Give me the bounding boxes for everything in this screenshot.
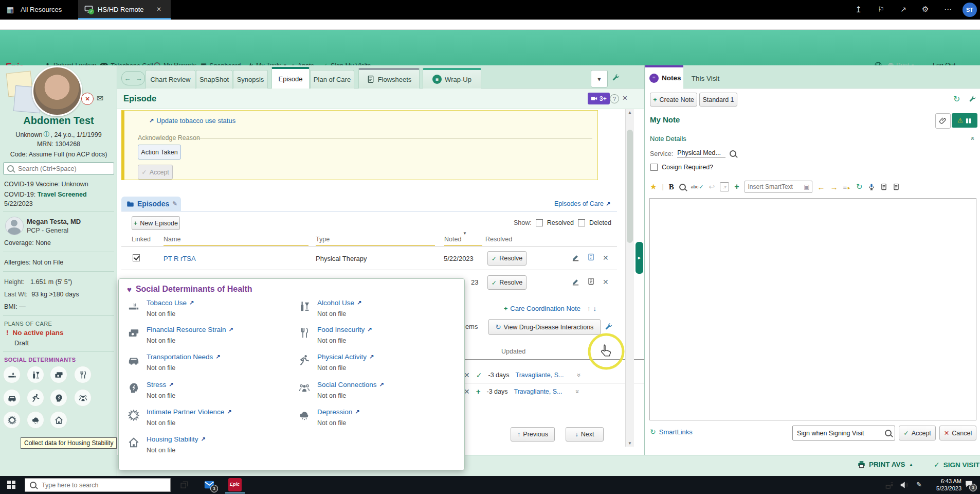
- smarttext-input[interactable]: [747, 183, 801, 191]
- back-icon[interactable]: ←: [124, 75, 131, 82]
- refresh-icon[interactable]: ↻: [953, 94, 960, 104]
- sdoh-item-link[interactable]: Physical Activity↗: [317, 353, 374, 361]
- action-center-icon[interactable]: 3: [965, 480, 975, 490]
- smartlinks-link[interactable]: ↻ SmartLinks: [650, 428, 693, 436]
- activity-wrench-icon[interactable]: [612, 74, 620, 82]
- browser-tab-active[interactable]: ✓ HS/HD Remote ✕: [78, 0, 171, 20]
- col-linked[interactable]: Linked: [132, 236, 151, 243]
- check-icon[interactable]: ✓: [476, 371, 482, 379]
- episode-name-link[interactable]: PT R rTSA: [164, 255, 196, 262]
- sdoh-item-link[interactable]: Tobacco Use↗: [147, 299, 194, 307]
- tab-wrap-up[interactable]: ≡ Wrap-Up: [423, 68, 481, 89]
- jump-right-icon[interactable]: →: [830, 183, 838, 191]
- problem-row[interactable]: ✕ + -3 days Travagliante, S... »: [464, 387, 618, 396]
- standard-button[interactable]: Standard 1: [699, 93, 737, 107]
- sdoh-item-link[interactable]: Housing Stability↗: [147, 435, 206, 443]
- panel-expander-button[interactable]: ►: [636, 242, 643, 274]
- taskbar-clock[interactable]: 6:43 AM 5/23/2023: [925, 478, 961, 492]
- tab-snapshot[interactable]: SnapShot: [196, 70, 232, 89]
- deleted-filter-label[interactable]: Deleted: [589, 219, 611, 226]
- create-note-button[interactable]: + Create Note: [650, 93, 697, 107]
- spellcheck-icon[interactable]: abc✓: [691, 184, 704, 190]
- patient-photo[interactable]: [32, 66, 82, 116]
- list-jump-icon[interactable]: ≡►: [843, 183, 851, 191]
- sdoh-violence-button[interactable]: [3, 411, 21, 429]
- epic-taskbar-icon[interactable]: Epic: [228, 478, 242, 491]
- col-name[interactable]: Name: [164, 236, 180, 243]
- warning-book-button[interactable]: ⚠: [952, 113, 977, 128]
- add-icon[interactable]: +: [476, 387, 481, 396]
- sdoh-activity-button[interactable]: [27, 389, 44, 407]
- close-activity-icon[interactable]: ✕: [622, 94, 628, 102]
- search-input[interactable]: [17, 165, 110, 173]
- sdoh-item-link[interactable]: Intimate Partner Violence↗: [147, 408, 232, 416]
- tab-close-icon[interactable]: ✕: [156, 6, 161, 13]
- care-coordination-link[interactable]: + Care Coordination Note ↑ ↓: [504, 305, 596, 312]
- tab-episode[interactable]: Episode: [271, 67, 310, 89]
- sdoh-housing-button[interactable]: [50, 411, 67, 429]
- new-episode-button[interactable]: + New Episode: [132, 216, 180, 230]
- report-icon[interactable]: [587, 277, 595, 285]
- sdoh-stress-button[interactable]: [50, 389, 67, 407]
- linked-checkbox[interactable]: [133, 254, 140, 261]
- updated-by[interactable]: Travagliante, S...: [515, 372, 564, 379]
- tab-notes[interactable]: ≡ Notes: [645, 65, 683, 89]
- sdoh-financial-button[interactable]: [50, 366, 67, 383]
- scroll-down-icon[interactable]: ▼: [628, 441, 632, 446]
- main-scrollbar[interactable]: ▲ ▼: [625, 109, 634, 447]
- apps-grid-icon[interactable]: ▦: [7, 5, 14, 14]
- gear-icon[interactable]: ⚙: [922, 5, 929, 14]
- outlook-taskbar-icon[interactable]: 3: [204, 479, 216, 491]
- upload-icon[interactable]: ↥: [855, 5, 862, 14]
- accept-button[interactable]: ✓ Accept: [899, 426, 936, 440]
- pen-icon[interactable]: ✎: [916, 481, 922, 488]
- sign-mode-field[interactable]: [792, 426, 895, 440]
- scrollbar-thumb[interactable]: [627, 130, 633, 243]
- info-icon[interactable]: ⓘ: [43, 130, 49, 139]
- cosign-checkbox[interactable]: [650, 164, 658, 171]
- next-button[interactable]: ↓ Next: [566, 427, 604, 442]
- delete-episode-icon[interactable]: ✕: [603, 254, 609, 262]
- service-value[interactable]: Physical Med...: [677, 149, 725, 158]
- sdoh-alcohol-button[interactable]: [27, 366, 44, 383]
- fullscreen-icon[interactable]: ↗: [900, 5, 906, 13]
- bold-icon[interactable]: B: [669, 183, 674, 191]
- refresh-links-icon[interactable]: ↻: [856, 182, 863, 191]
- episodes-card-header[interactable]: Episodes ✎: [121, 197, 181, 211]
- pencil-icon[interactable]: ✎: [172, 200, 177, 207]
- doc-template-icon[interactable]: [893, 183, 900, 190]
- service-search-icon[interactable]: [730, 150, 736, 157]
- taskbar-search[interactable]: [25, 478, 171, 492]
- drug-interactions-button[interactable]: ↻ View Drug-Disease Interactions: [488, 319, 601, 335]
- sdoh-depression-button[interactable]: [27, 411, 44, 429]
- col-resolved[interactable]: Resolved: [485, 236, 512, 243]
- updated-by[interactable]: Travagliante, S...: [514, 388, 562, 395]
- tab-flowsheets[interactable]: Flowsheets: [358, 68, 420, 89]
- media-badge[interactable]: 3+: [588, 93, 610, 104]
- plans-alert[interactable]: ! No active plans: [6, 329, 64, 337]
- down-icon[interactable]: ↓: [593, 305, 596, 312]
- deleted-checkbox[interactable]: [578, 219, 585, 226]
- sdoh-transportation-button[interactable]: [3, 389, 21, 407]
- insert-doc-icon[interactable]: [880, 183, 887, 190]
- report-icon[interactable]: [587, 253, 595, 261]
- col-type[interactable]: Type: [316, 236, 330, 243]
- more-icon[interactable]: ⋯: [944, 5, 952, 14]
- sdoh-item-link[interactable]: Alcohol Use↗: [317, 299, 361, 307]
- collapse-icon[interactable]: »: [969, 137, 976, 140]
- expand-chevrons-icon[interactable]: »: [574, 390, 581, 393]
- sign-mode-search-icon[interactable]: [885, 430, 892, 436]
- update-tobacco-link[interactable]: ↗ Update tobacco use status: [149, 117, 235, 125]
- mic-icon[interactable]: [868, 183, 875, 190]
- sdoh-item-link[interactable]: Stress↗: [147, 381, 173, 389]
- jump-left-icon[interactable]: ←: [818, 183, 825, 191]
- tab-chart-review[interactable]: Chart Review: [146, 70, 195, 89]
- problems-wrench-icon[interactable]: [605, 323, 613, 331]
- previous-button[interactable]: ↑ Previous: [511, 427, 555, 442]
- tab-plan-of-care[interactable]: Plan of Care: [310, 70, 354, 89]
- add-smarttext-icon[interactable]: +: [734, 182, 739, 191]
- browser-tab-title[interactable]: HS/HD Remote: [98, 6, 144, 13]
- delete-episode-icon[interactable]: ✕: [603, 278, 609, 286]
- smarttext-picker-icon[interactable]: ▣: [804, 183, 809, 190]
- sdoh-tobacco-button[interactable]: [3, 366, 21, 383]
